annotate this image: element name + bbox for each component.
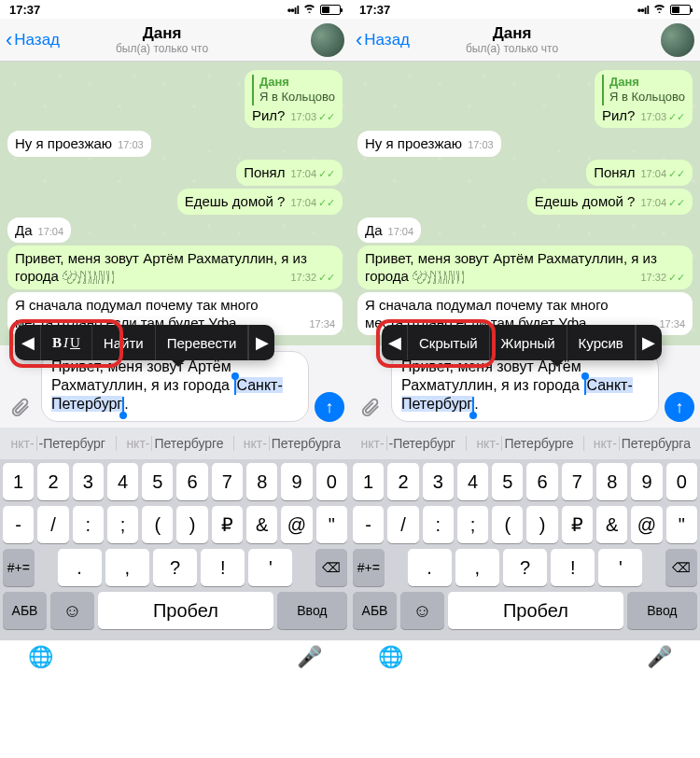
spoiler-text[interactable] [413,271,465,284]
message-out[interactable]: Даня Я в Кольцово Рил? 17:03✓✓ [595,70,693,128]
key[interactable]: 6 [176,463,207,500]
abc-key[interactable]: АБВ [3,592,47,629]
avatar[interactable] [661,23,694,57]
key[interactable]: 5 [142,463,173,500]
key[interactable]: 5 [492,463,523,500]
message-input[interactable]: Привет, меня зовут Артём Рахматуллин, я … [391,351,659,422]
enter-key[interactable]: Ввод [627,592,697,629]
key[interactable]: 3 [73,463,104,500]
format-biu-button[interactable]: BIU [41,325,92,360]
key[interactable]: @ [281,506,312,543]
attach-button[interactable] [6,392,35,422]
message-out[interactable]: Даня Я в Кольцово Рил? 17:03✓✓ [245,70,343,128]
avatar[interactable] [311,23,344,57]
message-in[interactable]: Да 17:04 [7,218,71,244]
key[interactable]: - [3,506,34,543]
key[interactable]: , [105,549,149,586]
globe-icon[interactable]: 🌐 [378,645,403,669]
key[interactable]: , [455,549,499,586]
message-in[interactable]: Ну я проезжаю 17:03 [357,131,501,157]
suggestion[interactable]: нкт--Петербург [0,436,117,451]
key[interactable]: 7 [212,463,243,500]
menu-next-icon[interactable]: ▶ [636,325,662,360]
menu-prev-icon[interactable]: ◀ [15,325,41,360]
suggestion[interactable]: нкт-Петербурга [584,436,700,451]
abc-key[interactable]: АБВ [353,592,397,629]
globe-icon[interactable]: 🌐 [28,645,53,669]
key[interactable]: ) [176,506,207,543]
message-out[interactable]: Едешь домой ? 17:04✓✓ [177,189,343,215]
key[interactable]: : [423,506,454,543]
key[interactable]: ( [142,506,173,543]
enter-key[interactable]: Ввод [277,592,347,629]
space-key[interactable]: Пробел [98,592,273,629]
key[interactable]: 2 [37,463,68,500]
key[interactable]: 0 [666,463,697,500]
format-spoiler-button[interactable]: Скрытый [408,325,490,360]
suggestion[interactable]: нкт-Петербурга [234,436,350,451]
chat-scroll[interactable]: Даня Я в Кольцово Рил? 17:03✓✓ Ну я прое… [0,62,350,345]
message-out[interactable]: Привет, меня зовут Артём Рахматуллин, я … [7,246,343,289]
key[interactable]: - [353,506,384,543]
key[interactable]: ( [492,506,523,543]
attach-button[interactable] [356,392,385,422]
send-button[interactable]: ↑ [315,392,344,422]
key[interactable]: ) [526,506,557,543]
key[interactable]: ₽ [562,506,593,543]
key[interactable]: 1 [353,463,384,500]
key[interactable]: / [387,506,418,543]
key[interactable]: " [316,506,347,543]
key[interactable]: 4 [107,463,138,500]
key[interactable]: @ [631,506,662,543]
emoji-key[interactable]: ☺ [400,592,444,629]
message-out[interactable]: Понял 17:04✓✓ [236,160,343,186]
mic-icon[interactable]: 🎤 [647,645,672,669]
key[interactable]: ? [153,549,197,586]
menu-next-icon[interactable]: ▶ [248,325,274,360]
format-bold-button[interactable]: Жирный [490,325,567,360]
key[interactable]: ; [107,506,138,543]
send-button[interactable]: ↑ [665,392,694,422]
emoji-key[interactable]: ☺ [50,592,94,629]
chat-title[interactable]: Даня был(а) только что [363,24,661,55]
suggestion[interactable]: нкт--Петербург [350,436,467,451]
key[interactable]: ₽ [212,506,243,543]
key[interactable]: ; [457,506,488,543]
message-out[interactable]: Понял 17:04✓✓ [586,160,693,186]
message-out[interactable]: Едешь домой ? 17:04✓✓ [527,189,693,215]
suggestion[interactable]: нкт-Петербурге [467,436,583,451]
chat-title[interactable]: Даня был(а) только что [13,24,311,55]
message-in[interactable]: Ну я проезжаю 17:03 [7,131,151,157]
key[interactable]: : [73,506,104,543]
mic-icon[interactable]: 🎤 [297,645,322,669]
suggestion[interactable]: нкт-Петербурге [117,436,233,451]
key[interactable]: 7 [562,463,593,500]
message-out[interactable]: Привет, меня зовут Артём Рахматуллин, я … [357,246,693,289]
space-key[interactable]: Пробел [448,592,623,629]
key[interactable]: 3 [423,463,454,500]
key[interactable]: & [596,506,627,543]
spoiler-text[interactable] [63,271,115,284]
key[interactable]: 9 [281,463,312,500]
key[interactable]: 4 [457,463,488,500]
key[interactable]: 8 [596,463,627,500]
key[interactable]: 0 [316,463,347,500]
key[interactable]: ! [201,549,245,586]
backspace-key[interactable]: ⌫ [315,549,347,586]
key[interactable]: ! [551,549,595,586]
shift-key[interactable]: #+= [3,549,35,586]
key[interactable]: / [37,506,68,543]
key[interactable]: 6 [526,463,557,500]
find-button[interactable]: Найти [92,325,156,360]
key[interactable]: ' [598,549,642,586]
key[interactable]: & [246,506,277,543]
backspace-key[interactable]: ⌫ [665,549,697,586]
key[interactable]: 9 [631,463,662,500]
key[interactable]: ' [248,549,292,586]
message-in[interactable]: Да 17:04 [357,218,421,244]
key[interactable]: ? [503,549,547,586]
key[interactable]: 8 [246,463,277,500]
menu-prev-icon[interactable]: ◀ [382,325,408,360]
chat-scroll[interactable]: Даня Я в Кольцово Рил? 17:03✓✓ Ну я прое… [350,62,700,345]
key[interactable]: 1 [3,463,34,500]
